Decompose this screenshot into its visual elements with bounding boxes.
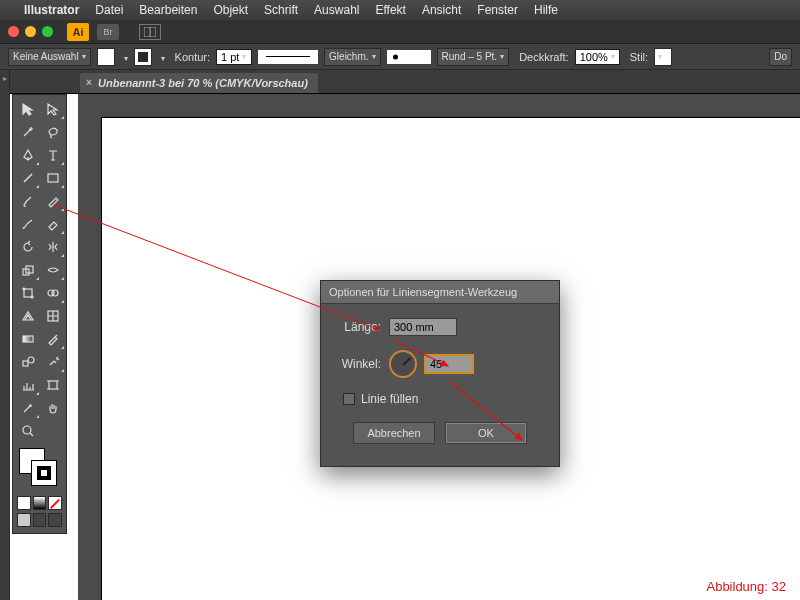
zoom-icon[interactable] xyxy=(42,26,53,37)
menu-bearbeiten[interactable]: Bearbeiten xyxy=(139,3,197,17)
stroke-dropdown-icon[interactable] xyxy=(158,51,165,63)
rotate-tool[interactable] xyxy=(15,235,40,258)
menu-ansicht[interactable]: Ansicht xyxy=(422,3,461,17)
column-graph-tool[interactable] xyxy=(15,373,40,396)
close-icon[interactable] xyxy=(8,26,19,37)
gradient-tool[interactable] xyxy=(15,327,40,350)
app-badge: Ai xyxy=(67,23,89,41)
bridge-button[interactable]: Br xyxy=(97,24,119,40)
type-tool[interactable] xyxy=(40,143,65,166)
line-segment-tool[interactable] xyxy=(15,166,40,189)
draw-normal-button[interactable] xyxy=(17,513,31,527)
selection-indicator[interactable]: Keine Auswahl xyxy=(8,48,91,66)
svg-point-15 xyxy=(23,426,31,434)
blend-tool[interactable] xyxy=(15,350,40,373)
cancel-button[interactable]: Abbrechen xyxy=(353,422,435,444)
fill-dropdown-icon[interactable] xyxy=(121,51,128,63)
menu-objekt[interactable]: Objekt xyxy=(213,3,248,17)
magic-wand-tool[interactable] xyxy=(15,120,40,143)
symbol-sprayer-tool[interactable] xyxy=(40,350,65,373)
stroke-swatch[interactable] xyxy=(134,48,152,66)
document-setup-button[interactable]: Do xyxy=(769,48,792,66)
hand-tool[interactable] xyxy=(40,396,65,419)
fill-line-checkbox[interactable] xyxy=(343,393,355,405)
document-tab-bar: Unbenannt-3 bei 70 % (CMYK/Vorschau) xyxy=(0,70,800,94)
menu-fenster[interactable]: Fenster xyxy=(477,3,518,17)
artboard-tool[interactable] xyxy=(40,373,65,396)
control-bar: Keine Auswahl Kontur: 1 pt Gleichm. Rund… xyxy=(0,44,800,70)
angle-label: Winkel: xyxy=(335,357,381,371)
gradient-mode-button[interactable] xyxy=(33,496,47,510)
selection-tool[interactable] xyxy=(15,97,40,120)
svg-rect-5 xyxy=(24,289,32,297)
svg-rect-14 xyxy=(49,381,57,389)
scale-tool[interactable] xyxy=(15,258,40,281)
svg-rect-11 xyxy=(23,336,33,342)
color-mode-button[interactable] xyxy=(17,496,31,510)
fill-stroke-swatches[interactable] xyxy=(17,446,62,494)
stroke-profile-preview[interactable] xyxy=(258,50,318,64)
pencil-tool[interactable] xyxy=(40,189,65,212)
ok-button[interactable]: OK xyxy=(445,422,527,444)
none-mode-button[interactable] xyxy=(48,496,62,510)
brush-preview[interactable] xyxy=(387,50,431,64)
svg-rect-12 xyxy=(23,361,28,366)
menu-app-name[interactable]: Illustrator xyxy=(24,3,79,17)
svg-rect-2 xyxy=(48,174,58,182)
lasso-tool[interactable] xyxy=(40,120,65,143)
angle-dial[interactable] xyxy=(389,350,417,378)
brush-dropdown[interactable]: Rund – 5 Pt. xyxy=(437,48,510,66)
reflect-tool[interactable] xyxy=(40,235,65,258)
style-swatch[interactable] xyxy=(654,48,672,66)
stroke-weight-input[interactable]: 1 pt xyxy=(216,49,252,65)
svg-point-6 xyxy=(23,288,25,290)
style-label: Stil: xyxy=(630,51,648,63)
document-tab[interactable]: Unbenannt-3 bei 70 % (CMYK/Vorschau) xyxy=(80,73,318,93)
shape-builder-tool[interactable] xyxy=(40,281,65,304)
menu-auswahl[interactable]: Auswahl xyxy=(314,3,359,17)
draw-behind-button[interactable] xyxy=(33,513,47,527)
stroke-color-swatch[interactable] xyxy=(31,460,57,486)
line-segment-options-dialog: Optionen für Liniensegment-Werkzeug Läng… xyxy=(320,280,560,467)
svg-point-9 xyxy=(52,290,58,296)
menu-hilfe[interactable]: Hilfe xyxy=(534,3,558,17)
angle-input[interactable] xyxy=(425,355,473,373)
menu-schrift[interactable]: Schrift xyxy=(264,3,298,17)
length-label: Länge: xyxy=(335,320,381,334)
svg-point-13 xyxy=(28,357,34,363)
svg-point-7 xyxy=(31,296,33,298)
direct-selection-tool[interactable] xyxy=(40,97,65,120)
pen-tool[interactable] xyxy=(15,143,40,166)
width-tool[interactable] xyxy=(40,258,65,281)
fill-line-label: Linie füllen xyxy=(361,392,418,406)
perspective-grid-tool[interactable] xyxy=(15,304,40,327)
length-input[interactable] xyxy=(389,318,457,336)
free-transform-tool[interactable] xyxy=(15,281,40,304)
window-titlebar: Ai Br xyxy=(0,20,800,44)
opacity-input[interactable]: 100% xyxy=(575,49,620,65)
blob-brush-tool[interactable] xyxy=(15,212,40,235)
stroke-profile-dropdown[interactable]: Gleichm. xyxy=(324,48,380,66)
mesh-tool[interactable] xyxy=(40,304,65,327)
minimize-icon[interactable] xyxy=(25,26,36,37)
tools-panel xyxy=(12,94,67,534)
panel-dock-strip[interactable]: ▸ xyxy=(0,70,10,600)
figure-caption: Abbildung: 32 xyxy=(706,579,786,594)
opacity-label: Deckkraft: xyxy=(519,51,569,63)
mac-menubar: Illustrator Datei Bearbeiten Objekt Schr… xyxy=(0,0,800,20)
stroke-label: Kontur: xyxy=(175,51,210,63)
dialog-title: Optionen für Liniensegment-Werkzeug xyxy=(321,281,559,304)
slice-tool[interactable] xyxy=(15,396,40,419)
zoom-tool[interactable] xyxy=(15,419,40,442)
menu-datei[interactable]: Datei xyxy=(95,3,123,17)
paintbrush-tool[interactable] xyxy=(15,189,40,212)
draw-inside-button[interactable] xyxy=(48,513,62,527)
fill-swatch[interactable] xyxy=(97,48,115,66)
arrange-documents-button[interactable] xyxy=(139,24,161,40)
eyedropper-tool[interactable] xyxy=(40,327,65,350)
menu-effekt[interactable]: Effekt xyxy=(375,3,405,17)
window-controls xyxy=(8,26,53,37)
rectangle-tool[interactable] xyxy=(40,166,65,189)
eraser-tool[interactable] xyxy=(40,212,65,235)
